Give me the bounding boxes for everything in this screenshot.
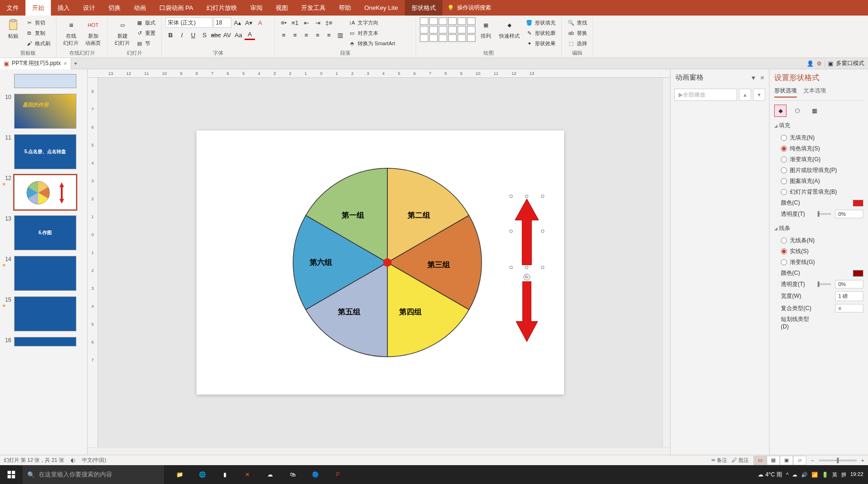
rotate-handle[interactable]: ↻: [524, 274, 530, 280]
zoom-in-button[interactable]: +: [861, 458, 864, 463]
new-slide-button[interactable]: ▭新建 幻灯片: [112, 17, 133, 48]
copy-button[interactable]: ⧉复制: [24, 28, 52, 38]
document-tab[interactable]: ▣ PPT常用技巧5.pptx ×: [0, 58, 71, 69]
tab-animation[interactable]: 动画: [127, 0, 153, 16]
thumb-11[interactable]: 11 5.点名册、点名转盘: [0, 131, 87, 172]
clear-format-button[interactable]: A: [255, 17, 265, 28]
tab-slideshow[interactable]: 幻灯片放映: [200, 0, 244, 16]
pane-close-button[interactable]: ×: [760, 74, 764, 82]
tab-home[interactable]: 开始: [25, 0, 51, 16]
task-app4[interactable]: 🛍: [282, 465, 303, 484]
align-text-button[interactable]: ▭对齐文本: [346, 28, 397, 38]
tab-shape-format[interactable]: 形状格式: [405, 0, 442, 16]
add-tab-button[interactable]: +: [71, 60, 80, 67]
tab-devtools[interactable]: 开发工具: [295, 0, 332, 16]
online-slide-button[interactable]: 🖥在线 幻灯片: [60, 17, 82, 48]
change-case-button[interactable]: Aa: [233, 30, 244, 40]
tray-network-icon[interactable]: 📶: [811, 472, 818, 478]
fill-transparency-slider[interactable]: [818, 213, 831, 215]
shape-outline-button[interactable]: ✎形状轮廓: [524, 28, 557, 38]
pie-chart[interactable]: 第一组 第二组 第三组 第四组 第五组 第六组: [291, 166, 484, 359]
indent-dec-button[interactable]: ⇤: [301, 17, 311, 28]
increase-font-button[interactable]: A▴: [232, 17, 243, 28]
taskbar-search[interactable]: 🔍在这里输入你要搜索的内容: [23, 465, 164, 484]
slideshow-view-button[interactable]: ▱: [793, 456, 806, 465]
thumb-10[interactable]: 10 基因的作用: [0, 91, 87, 131]
line-none-radio[interactable]: 无线条(N): [774, 235, 863, 246]
layout-button[interactable]: ▦版式: [134, 17, 157, 28]
anim-down-button[interactable]: ▾: [753, 89, 765, 101]
numbering-button[interactable]: ≡1: [290, 17, 300, 28]
new-anim-page-button[interactable]: HOT新加 动画页: [82, 17, 104, 48]
multi-window-label[interactable]: 多窗口模式: [836, 59, 864, 67]
char-spacing-button[interactable]: AV: [222, 30, 232, 40]
line-width-value[interactable]: 1 磅: [835, 291, 863, 301]
cut-button[interactable]: ✂剪切: [24, 17, 52, 28]
shapes-gallery[interactable]: [420, 17, 475, 42]
bullets-button[interactable]: ≡•: [278, 17, 289, 28]
slide-canvas[interactable]: 第一组 第二组 第三组 第四组 第五组 第六组: [197, 131, 564, 394]
align-left-button[interactable]: ≡: [278, 30, 289, 40]
line-gradient-radio[interactable]: 渐变线(G): [774, 257, 863, 268]
task-app1[interactable]: ▮: [214, 465, 236, 484]
task-app3[interactable]: ☁: [259, 465, 281, 484]
comments-button[interactable]: 🖊 批注: [732, 457, 749, 464]
tell-me-search[interactable]: 💡 操作说明搜索: [447, 4, 491, 12]
distribute-button[interactable]: ≡: [324, 30, 334, 40]
arrow-down[interactable]: [516, 281, 538, 343]
fill-line-icon[interactable]: ◆: [774, 105, 786, 117]
tab-transition[interactable]: 切换: [102, 0, 127, 16]
tab-file[interactable]: 文件: [0, 0, 25, 16]
weather-widget[interactable]: ☁ 4°C 雨: [758, 471, 782, 479]
ime-lang[interactable]: 英: [832, 471, 837, 478]
slide-canvas-area[interactable]: 第一组 第二组 第三组 第四组 第五组 第六组: [98, 78, 663, 447]
fill-picture-radio[interactable]: 图片或纹理填充(P): [774, 165, 863, 176]
underline-button[interactable]: U: [188, 30, 198, 40]
replace-button[interactable]: ab替换: [565, 28, 589, 38]
notes-button[interactable]: ≐ 备注: [711, 457, 727, 464]
task-app5[interactable]: 🔵: [304, 465, 326, 484]
tab-help[interactable]: 帮助: [332, 0, 358, 16]
select-button[interactable]: ⬚选择: [565, 38, 589, 49]
sorter-view-button[interactable]: ▦: [767, 456, 780, 465]
shape-effects-button[interactable]: ✦形状效果: [524, 38, 557, 49]
line-section-header[interactable]: 线条: [774, 224, 863, 232]
reading-view-button[interactable]: ▣: [780, 456, 793, 465]
pane-dropdown-icon[interactable]: ▾: [752, 74, 755, 82]
tray-chevron[interactable]: ^: [786, 472, 788, 477]
play-all-button[interactable]: ▶ 全部播放: [674, 89, 737, 101]
thumb-13[interactable]: 13 6.作图: [0, 213, 87, 253]
tray-onedrive-icon[interactable]: ☁: [792, 472, 797, 478]
gear-icon[interactable]: ⚙: [817, 60, 822, 67]
tab-design[interactable]: 设计: [76, 0, 102, 16]
text-direction-button[interactable]: ↕A文字方向: [346, 17, 397, 28]
tab-onekey[interactable]: OneKey Lite: [358, 0, 405, 16]
taskbar-clock[interactable]: 19:22: [850, 471, 863, 477]
format-painter-button[interactable]: 🖌格式刷: [24, 38, 52, 49]
fill-gradient-radio[interactable]: 渐变填充(G): [774, 154, 863, 165]
line-solid-radio[interactable]: 实线(S): [774, 246, 863, 257]
fill-pattern-radio[interactable]: 图案填充(A): [774, 176, 863, 187]
zoom-out-button[interactable]: −: [811, 458, 814, 463]
strike-button[interactable]: abc: [211, 30, 221, 40]
find-button[interactable]: 🔍查找: [565, 17, 589, 28]
fill-color-swatch[interactable]: [853, 200, 863, 206]
line-spacing-button[interactable]: ‡≡: [324, 17, 334, 28]
fill-solid-radio[interactable]: 纯色填充(S): [774, 143, 863, 154]
thumb-15[interactable]: 15★: [0, 294, 87, 334]
align-center-button[interactable]: ≡: [290, 30, 300, 40]
person-icon[interactable]: 👤: [807, 60, 814, 67]
font-family-select[interactable]: 宋体 (正文): [165, 17, 213, 28]
font-size-select[interactable]: 18: [213, 17, 231, 28]
tab-pocket[interactable]: 口袋动画 PA: [153, 0, 200, 16]
thumb-12[interactable]: 12★: [0, 172, 87, 213]
bold-button[interactable]: B: [165, 30, 176, 40]
arrange-button[interactable]: ▦排列: [476, 17, 495, 41]
accessibility-icon[interactable]: ◐: [71, 457, 75, 463]
multi-window-icon[interactable]: ▣: [828, 60, 833, 67]
justify-button[interactable]: ≡: [312, 30, 323, 40]
section-button[interactable]: ▤节: [134, 38, 157, 49]
columns-button[interactable]: ▥: [335, 30, 345, 40]
normal-view-button[interactable]: ▭: [753, 456, 767, 465]
decrease-font-button[interactable]: A▾: [244, 17, 254, 28]
